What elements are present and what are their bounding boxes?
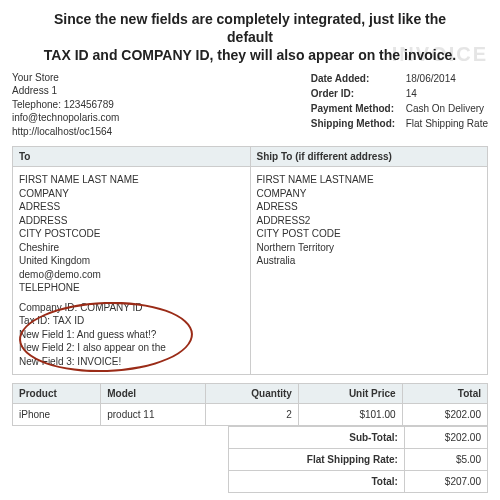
store-email: info@technopolaris.com (12, 111, 119, 125)
subtotal-value: $202.00 (404, 427, 487, 449)
payment-method-value: Cash On Delivery (406, 101, 484, 116)
bill-to-cell: FIRST NAME LAST NAME COMPANY ADRESS ADDR… (13, 167, 251, 375)
store-url: http://localhost/oc1564 (12, 125, 119, 139)
custom-field-tax-id: Tax ID: TAX ID (19, 314, 244, 328)
cell-qty: 2 (205, 404, 298, 426)
col-model: Model (101, 384, 206, 404)
col-total: Total (402, 384, 487, 404)
store-telephone: Telephone: 123456789 (12, 98, 119, 112)
cell-unit: $101.00 (298, 404, 402, 426)
to-header: To (13, 147, 251, 167)
shipping-method-value: Flat Shipping Rate (406, 116, 488, 131)
order-id-value: 14 (406, 86, 417, 101)
payment-method-label: Payment Method: (311, 101, 406, 116)
order-id-label: Order ID: (311, 86, 406, 101)
date-added-value: 18/06/2014 (406, 71, 456, 86)
shipping-value: $5.00 (404, 449, 487, 471)
subtotal-label: Sub-Total: (229, 427, 405, 449)
totals-table: Sub-Total:$202.00 Flat Shipping Rate:$5.… (228, 426, 488, 493)
col-product: Product (13, 384, 101, 404)
col-quantity: Quantity (205, 384, 298, 404)
annotation-text: Since the new fields are completely inte… (12, 10, 488, 65)
store-info: Your Store Address 1 Telephone: 12345678… (12, 71, 119, 139)
custom-field-company-id: Company ID: COMPANY ID (19, 301, 244, 315)
shipto-header: Ship To (if different address) (250, 147, 488, 167)
order-meta: Date Added:18/06/2014 Order ID:14 Paymen… (311, 71, 488, 131)
cell-total: $202.00 (402, 404, 487, 426)
address-table: To Ship To (if different address) FIRST … (12, 146, 488, 375)
total-value: $207.00 (404, 471, 487, 493)
col-unit-price: Unit Price (298, 384, 402, 404)
date-added-label: Date Added: (311, 71, 406, 86)
custom-field-1: New Field 1: And guess what!? (19, 328, 244, 342)
store-address: Address 1 (12, 84, 119, 98)
custom-field-3: New Field 3: INVOICE! (19, 355, 244, 369)
cell-product: iPhone (13, 404, 101, 426)
shipping-method-label: Shipping Method: (311, 116, 406, 131)
store-name: Your Store (12, 71, 119, 85)
ship-to-cell: FIRST NAME LASTNAME COMPANY ADRESS ADDRE… (250, 167, 488, 375)
products-table: Product Model Quantity Unit Price Total … (12, 383, 488, 426)
shipping-label: Flat Shipping Rate: (229, 449, 405, 471)
custom-field-2: New Field 2: I also appear on the (19, 341, 244, 355)
table-row: iPhone product 11 2 $101.00 $202.00 (13, 404, 488, 426)
total-label: Total: (229, 471, 405, 493)
cell-model: product 11 (101, 404, 206, 426)
